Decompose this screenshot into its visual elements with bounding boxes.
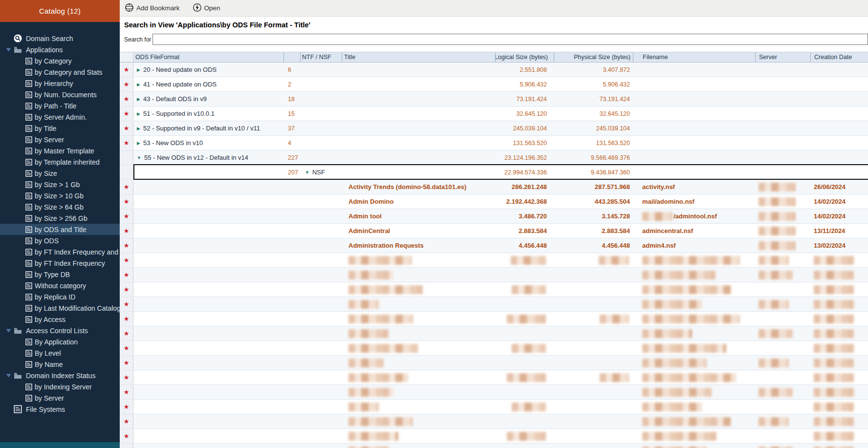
unread-star-icon[interactable]: ★ bbox=[124, 184, 130, 190]
unread-star-icon[interactable]: ★ bbox=[124, 316, 130, 322]
expand-triangle-icon[interactable]: ▶ bbox=[137, 111, 140, 116]
expand-triangle-icon[interactable]: ▶ bbox=[137, 126, 140, 131]
search-input[interactable] bbox=[152, 34, 868, 45]
sidebar-item-without-category[interactable]: Without category bbox=[0, 280, 120, 291]
unread-star-icon[interactable]: ★ bbox=[124, 198, 130, 205]
unread-star-icon[interactable]: ★ bbox=[124, 125, 130, 131]
unread-star-icon[interactable]: ★ bbox=[124, 418, 130, 425]
redacted-row[interactable]: ★ bbox=[120, 326, 868, 341]
sidebar-item-by-level[interactable]: By Level bbox=[0, 347, 120, 359]
sidebar-item-by-name[interactable]: By Name bbox=[0, 359, 120, 370]
sidebar-item-by-application[interactable]: By Application bbox=[0, 336, 120, 347]
unread-star-icon[interactable]: ★ bbox=[124, 242, 130, 249]
redacted-row[interactable]: ★ bbox=[120, 370, 868, 385]
header-logical-size[interactable]: Logical Size (bytes) bbox=[495, 52, 554, 62]
unread-star-icon[interactable]: ★ bbox=[124, 213, 130, 219]
unread-star-icon[interactable]: ★ bbox=[124, 374, 130, 381]
sidebar-item-domain-indexer-status[interactable]: Domain Indexer Status bbox=[0, 370, 120, 381]
header-creation-date[interactable]: Creation Date bbox=[810, 52, 868, 62]
sidebar-item-by-template-inherited[interactable]: by Template inherited bbox=[0, 156, 120, 168]
sidebar-item-by-title[interactable]: by Title bbox=[0, 123, 120, 134]
sidebar-item-by-type-db[interactable]: by Type DB bbox=[0, 269, 120, 280]
unread-star-icon[interactable]: ★ bbox=[124, 272, 130, 278]
unread-star-icon[interactable]: ★ bbox=[124, 110, 130, 117]
sidebar-item-by-indexing-server[interactable]: by Indexing Server bbox=[0, 381, 120, 392]
sidebar-item-by-hierarchy[interactable]: by Hierarchy bbox=[0, 78, 120, 89]
header-title[interactable]: Title bbox=[342, 52, 495, 62]
expand-triangle-icon[interactable]: ▶ bbox=[137, 141, 140, 146]
category-row-53-new-ods-in-v10[interactable]: ★▶53 - New ODS in v104131.563.520131.563… bbox=[120, 136, 868, 150]
unread-star-icon[interactable]: ★ bbox=[124, 404, 130, 410]
category-row-52-supported-in-v9-default-in-v10-v11[interactable]: ★▶52 - Supported in v9 - Default in v10 … bbox=[120, 121, 868, 136]
sidebar-item-by-master-template[interactable]: by Master Template bbox=[0, 145, 120, 156]
sidebar-item-by-size[interactable]: by Size bbox=[0, 168, 120, 179]
redacted-row[interactable]: ★ bbox=[120, 429, 868, 444]
sidebar-item-by-server-admin[interactable]: by Server Admin. bbox=[0, 111, 120, 123]
detail-row-admin-tool[interactable]: ★Admin tool3.486.7203.145.728/admintool.… bbox=[120, 209, 868, 224]
unread-star-icon[interactable]: ★ bbox=[124, 228, 130, 234]
header-ntf-nsf[interactable]: NTF / NSF bbox=[300, 52, 342, 62]
redacted-row[interactable]: ★ bbox=[120, 253, 868, 268]
collapse-triangle-icon[interactable]: ▼ bbox=[137, 155, 141, 160]
redacted-row[interactable]: ★ bbox=[120, 400, 868, 414]
sidebar-item-by-server[interactable]: by Server bbox=[0, 134, 120, 145]
redacted-row[interactable]: ★ bbox=[120, 444, 868, 448]
expand-triangle-icon[interactable]: ▶ bbox=[137, 97, 140, 102]
category-row-41-need-update-on-ods[interactable]: ★▶41 - Need update on ODS25.906.4325.906… bbox=[120, 77, 868, 92]
sidebar-item-by-size-64-gb[interactable]: by Size > 64 Gb bbox=[0, 201, 120, 213]
header-filename[interactable]: Filename bbox=[633, 52, 755, 62]
sidebar-item-by-size-10-gb[interactable]: by Size > 10 Gb bbox=[0, 190, 120, 201]
sidebar-item-by-path-title[interactable]: by Path - Title bbox=[0, 100, 120, 111]
sidebar-item-applications[interactable]: Applications bbox=[0, 44, 120, 55]
sidebar-item-by-server[interactable]: by Server bbox=[0, 392, 120, 404]
nsf-subtotal-row-selected[interactable]: 207▼NSF22.994.574.3369.436.847.360 bbox=[120, 165, 868, 180]
collapse-triangle-icon[interactable]: ▼ bbox=[305, 170, 309, 175]
sidebar-item-file-systems[interactable]: File Systems bbox=[0, 404, 120, 415]
detail-row-activity-trends-domino-58-data101-es[interactable]: ★Activity Trends (domino-58.data101.es)2… bbox=[120, 180, 868, 194]
header-count-column[interactable] bbox=[283, 52, 300, 62]
detail-row-admin-domino[interactable]: ★Admin Domino2.192.442.368443.285.504mai… bbox=[120, 194, 868, 209]
category-row-43-default-ods-in-v9[interactable]: ★▶43 - Default ODS in v91873.191.42473.1… bbox=[120, 92, 868, 107]
add-bookmark-button[interactable]: Add Bookmark bbox=[125, 3, 180, 14]
header-ods-fileformat[interactable]: ODS FileFormat bbox=[133, 52, 283, 62]
header-physical-size[interactable]: Physical Size (bytes) bbox=[554, 52, 633, 62]
sidebar-item-by-ft-index-frequency-and-size[interactable]: by FT Index Frequency and Size bbox=[0, 246, 120, 257]
redacted-row[interactable]: ★ bbox=[120, 385, 868, 400]
sidebar-item-by-access[interactable]: by Access bbox=[0, 314, 120, 325]
unread-star-icon[interactable]: ★ bbox=[124, 360, 130, 366]
detail-row-admincentral[interactable]: ★AdminCentral2.883.5842.883.584admincent… bbox=[120, 224, 868, 238]
redacted-row[interactable]: ★ bbox=[120, 282, 868, 297]
sidebar-item-by-ft-index-frequency[interactable]: by FT Index Frequency bbox=[0, 257, 120, 269]
redacted-row[interactable]: ★ bbox=[120, 356, 868, 370]
sidebar-item-by-size-1-gb[interactable]: by Size > 1 Gb bbox=[0, 179, 120, 190]
header-marker-column[interactable] bbox=[120, 52, 133, 62]
sidebar-item-by-size-256-gb[interactable]: by Size > 256 Gb bbox=[0, 213, 120, 224]
redacted-row[interactable]: ★ bbox=[120, 297, 868, 312]
unread-star-icon[interactable]: ★ bbox=[124, 140, 130, 146]
redacted-row[interactable]: ★ bbox=[120, 312, 868, 326]
sidebar-item-domain-search[interactable]: Domain Search bbox=[0, 33, 120, 44]
unread-star-icon[interactable]: ★ bbox=[124, 389, 130, 395]
category-row-20-need-update-on-ods[interactable]: ★▶20 - Need update on ODS62.551.8083.407… bbox=[120, 63, 868, 77]
category-row-51-supported-in-v10-0-1[interactable]: ★▶51 - Supported in v10.0.11532.645.1203… bbox=[120, 107, 868, 121]
unread-star-icon[interactable]: ★ bbox=[124, 81, 130, 87]
sidebar-item-by-category-and-stats[interactable]: by Category and Stats bbox=[0, 66, 120, 78]
unread-star-icon[interactable]: ★ bbox=[124, 301, 130, 307]
sidebar-item-by-num-documents[interactable]: by Num. Documents bbox=[0, 89, 120, 100]
redacted-row[interactable]: ★ bbox=[120, 414, 868, 429]
detail-row-administration-requests[interactable]: ★Administration Requests4.456.4484.456.4… bbox=[120, 238, 868, 253]
sidebar-item-access-control-lists[interactable]: Access Control Lists bbox=[0, 325, 120, 336]
open-button[interactable]: Open bbox=[193, 3, 220, 14]
sidebar-item-by-replica-id[interactable]: by Replica ID bbox=[0, 291, 120, 302]
sidebar-item-by-last-modification-catalog[interactable]: by Last Modification Catalog bbox=[0, 302, 120, 314]
expand-arrow-icon[interactable] bbox=[5, 374, 12, 378]
unread-star-icon[interactable]: ★ bbox=[124, 330, 130, 337]
expand-arrow-icon[interactable] bbox=[5, 329, 12, 333]
expand-arrow-icon[interactable] bbox=[5, 48, 12, 52]
redacted-row[interactable]: ★ bbox=[120, 268, 868, 282]
unread-star-icon[interactable]: ★ bbox=[124, 96, 130, 102]
redacted-row[interactable]: ★ bbox=[120, 341, 868, 356]
unread-star-icon[interactable]: ★ bbox=[124, 345, 130, 351]
expand-triangle-icon[interactable]: ▶ bbox=[137, 82, 140, 87]
category-row-55-new-ods-in-v12-default-in-v14[interactable]: ▼55 - New ODS in v12 - Default in v14227… bbox=[120, 150, 868, 165]
